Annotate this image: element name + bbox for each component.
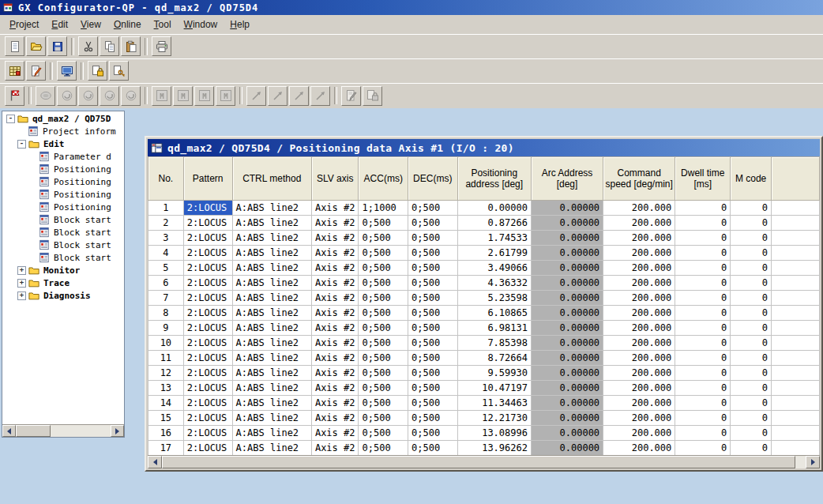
checkered-flag-icon[interactable]: [5, 86, 24, 106]
table-cell[interactable]: 13: [148, 381, 184, 396]
table-cell[interactable]: 0.00000: [531, 216, 603, 231]
tree-expander-plus-icon[interactable]: +: [17, 291, 26, 300]
table-cell[interactable]: 0;500: [359, 261, 408, 276]
table-cell[interactable]: 2:LOCUS: [183, 351, 232, 366]
tree-item-block-start[interactable]: Block start: [3, 226, 123, 239]
table-cell[interactable]: 0;500: [359, 366, 408, 381]
table-cell[interactable]: 0;500: [359, 306, 408, 321]
table-cell[interactable]: A:ABS line2: [232, 381, 311, 396]
table-cell[interactable]: 0: [731, 216, 772, 231]
table-cell[interactable]: 0;500: [359, 336, 408, 351]
table-cell[interactable]: 0: [675, 306, 731, 321]
table-cell[interactable]: 0: [675, 411, 731, 426]
edit-pencil-doc-icon[interactable]: [26, 61, 46, 81]
table-cell[interactable]: A:ABS line2: [232, 276, 311, 291]
paste-clipboard-icon[interactable]: [121, 36, 141, 56]
table-cell[interactable]: 200.000: [603, 351, 675, 366]
table-cell[interactable]: 0;500: [408, 246, 458, 261]
table-cell[interactable]: Axis #2: [311, 396, 359, 411]
table-cell[interactable]: A:ABS line2: [232, 321, 311, 336]
table-cell[interactable]: 3.49066: [457, 261, 531, 276]
table-cell[interactable]: 0: [675, 366, 731, 381]
table-cell[interactable]: 0: [731, 201, 772, 216]
table-cell[interactable]: 200.000: [603, 261, 675, 276]
table-cell[interactable]: 0.00000: [531, 321, 603, 336]
table-cell[interactable]: 5.23598: [457, 291, 531, 306]
table-cell[interactable]: 1: [148, 201, 184, 216]
table-cell[interactable]: 15: [148, 411, 184, 426]
table-cell[interactable]: 0;500: [408, 201, 458, 216]
table-cell[interactable]: 2:LOCUS: [183, 276, 232, 291]
table-cell[interactable]: 200.000: [603, 201, 675, 216]
table-cell[interactable]: 2:LOCUS: [183, 321, 232, 336]
table-cell[interactable]: Axis #2: [311, 321, 359, 336]
table-cell[interactable]: 0: [675, 426, 731, 441]
table-cell[interactable]: Axis #2: [311, 231, 359, 246]
table-cell[interactable]: 12.21730: [457, 411, 531, 426]
table-cell[interactable]: 2:LOCUS: [183, 216, 232, 231]
table-cell[interactable]: 0.00000: [531, 351, 603, 366]
table-cell[interactable]: Axis #2: [311, 216, 359, 231]
tree-expander-minus-icon[interactable]: -: [6, 115, 15, 123]
table-cell[interactable]: 0.00000: [531, 201, 603, 216]
table-cell[interactable]: 0;500: [359, 441, 408, 456]
table-cell[interactable]: Axis #2: [311, 426, 359, 441]
table-cell[interactable]: Axis #2: [311, 351, 359, 366]
table-cell[interactable]: 200.000: [603, 381, 675, 396]
table-cell[interactable]: 0: [731, 261, 772, 276]
table-cell[interactable]: 0: [731, 306, 772, 321]
table-cell[interactable]: 0;500: [408, 306, 458, 321]
table-cell[interactable]: 0: [675, 321, 731, 336]
table-cell[interactable]: 200.000: [603, 366, 675, 381]
table-cell[interactable]: 200.000: [603, 411, 675, 426]
tree-item-positioning[interactable]: Positioning: [3, 188, 123, 201]
table-cell[interactable]: A:ABS line2: [232, 291, 311, 306]
child-title-bar[interactable]: qd_max2 / QD75D4 / Positioning data Axis…: [148, 139, 820, 156]
table-cell[interactable]: A:ABS line2: [232, 426, 311, 441]
table-cell[interactable]: 0: [731, 321, 772, 336]
tree-expander-plus-icon[interactable]: +: [17, 266, 26, 275]
copy-pages-icon[interactable]: [100, 36, 119, 56]
table-cell[interactable]: 0: [675, 246, 731, 261]
tree-item-qd-max2-qd75d[interactable]: -qd_max2 / QD75D: [3, 112, 123, 125]
menu-edit[interactable]: Edit: [45, 17, 74, 32]
tree-item-positioning[interactable]: Positioning: [3, 201, 123, 213]
menu-tool[interactable]: Tool: [148, 17, 178, 32]
table-cell[interactable]: 8.72664: [457, 351, 531, 366]
table-cell[interactable]: 2:LOCUS: [183, 426, 232, 441]
tree-item-positioning[interactable]: Positioning: [3, 175, 123, 188]
save-floppy-icon[interactable]: [47, 36, 67, 56]
scroll-left-button[interactable]: [2, 425, 16, 437]
table-cell[interactable]: 16: [148, 426, 184, 441]
table-cell[interactable]: 2:LOCUS: [183, 261, 232, 276]
table-cell[interactable]: 0;500: [359, 216, 408, 231]
table-cell[interactable]: 2.61799: [457, 246, 531, 261]
table-cell[interactable]: 0: [675, 441, 731, 456]
table-cell[interactable]: 0: [731, 351, 772, 366]
table-cell[interactable]: 0: [675, 396, 731, 411]
tree-item-block-start[interactable]: Block start: [3, 213, 123, 226]
table-cell[interactable]: 0.00000: [531, 426, 603, 441]
table-cell[interactable]: 0.00000: [531, 366, 603, 381]
table-cell[interactable]: 0.00000: [531, 411, 603, 426]
table-cell[interactable]: 0: [731, 396, 772, 411]
table-cell[interactable]: 0.00000: [531, 276, 603, 291]
table-cell[interactable]: 1;1000: [359, 201, 408, 216]
table-cell[interactable]: 17: [148, 441, 184, 456]
table-cell[interactable]: 0;500: [408, 261, 458, 276]
table-cell[interactable]: 200.000: [603, 396, 675, 411]
tree-item-positioning[interactable]: Positioning: [3, 163, 123, 175]
table-cell[interactable]: 0: [731, 291, 772, 306]
table-cell[interactable]: 200.000: [603, 441, 675, 456]
table-cell[interactable]: 0: [731, 276, 772, 291]
table-cell[interactable]: 14: [148, 396, 184, 411]
table-cell[interactable]: 11: [148, 351, 184, 366]
table-cell[interactable]: 0: [675, 351, 731, 366]
table-cell[interactable]: 0;500: [359, 351, 408, 366]
table-cell[interactable]: 7.85398: [457, 336, 531, 351]
table-cell[interactable]: Axis #2: [311, 291, 359, 306]
table-cell[interactable]: 0;500: [359, 276, 408, 291]
table-cell[interactable]: 0: [675, 231, 731, 246]
table-cell[interactable]: 8: [148, 306, 184, 321]
table-cell[interactable]: 200.000: [603, 426, 675, 441]
